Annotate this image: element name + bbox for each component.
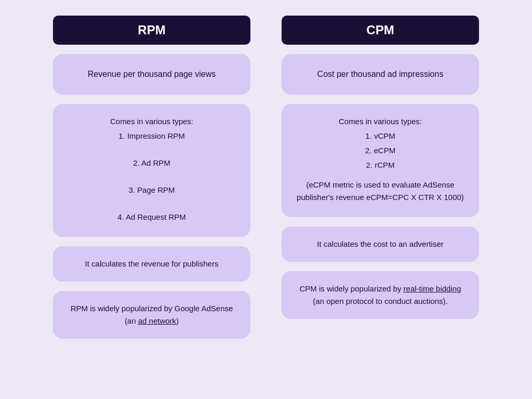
rpm-type-2: 2. Ad RPM xyxy=(66,157,237,169)
cpm-pop-card: CPM is widely popularized by real-time b… xyxy=(282,271,479,319)
rpm-pop-card: RPM is widely popularized by Google AdSe… xyxy=(53,291,250,339)
cpm-types-intro: Comes in various types: xyxy=(295,115,466,128)
rpm-types-content: Comes in various types: 1. Impression RP… xyxy=(66,115,237,223)
rpm-pop-link[interactable]: ad network xyxy=(138,316,176,325)
cpm-type-3: 2. rCPM xyxy=(295,159,466,171)
cpm-title: CPM xyxy=(366,23,394,37)
cpm-types-card: Comes in various types: 1. vCPM 2. eCPM … xyxy=(282,104,479,217)
cpm-type-2: 2. eCPM xyxy=(295,144,466,157)
rpm-calc-card: It calculates the revenue for publishers xyxy=(53,246,250,282)
rpm-header: RPM xyxy=(53,16,250,45)
page-container: RPM Revenue per thousand page views Come… xyxy=(0,0,532,399)
cpm-type-1: 1. vCPM xyxy=(295,130,466,142)
rpm-types-card: Comes in various types: 1. Impression RP… xyxy=(53,104,250,237)
cpm-definition-card: Cost per thousand ad impressions xyxy=(282,54,479,95)
rpm-column: RPM Revenue per thousand page views Come… xyxy=(53,16,250,339)
cpm-pop-after: (an open protocol to conduct auctions). xyxy=(313,297,447,305)
cpm-calc-text: It calculates the cost to an advertiser xyxy=(317,240,443,248)
rpm-definition-text: Revenue per thousand page views xyxy=(88,70,216,78)
cpm-pop-text: CPM is widely popularized by real-time b… xyxy=(300,284,461,305)
rpm-type-4: 4. Ad Request RPM xyxy=(66,211,237,223)
rpm-pop-text: RPM is widely popularized by Google AdSe… xyxy=(71,304,233,325)
cpm-column: CPM Cost per thousand ad impressions Com… xyxy=(282,16,479,319)
rpm-types-intro: Comes in various types: xyxy=(66,115,237,128)
cpm-calc-card: It calculates the cost to an advertiser xyxy=(282,227,479,262)
rpm-pop-after: ) xyxy=(176,316,179,325)
cpm-types-note: (eCPM metric is used to evaluate AdSense… xyxy=(295,179,466,204)
cpm-definition-text: Cost per thousand ad impressions xyxy=(317,70,444,78)
rpm-calc-text: It calculates the revenue for publishers xyxy=(85,259,219,268)
rpm-type-1: 1. Impression RPM xyxy=(66,130,237,142)
rpm-type-3: 3. Page RPM xyxy=(66,184,237,196)
cpm-types-content: Comes in various types: 1. vCPM 2. eCPM … xyxy=(295,115,466,204)
cpm-pop-link[interactable]: real-time bidding xyxy=(404,284,461,293)
rpm-definition-card: Revenue per thousand page views xyxy=(53,54,250,95)
cpm-header: CPM xyxy=(282,16,479,45)
cpm-pop-before: CPM is widely popularized by xyxy=(300,284,404,293)
rpm-title: RPM xyxy=(138,23,165,37)
